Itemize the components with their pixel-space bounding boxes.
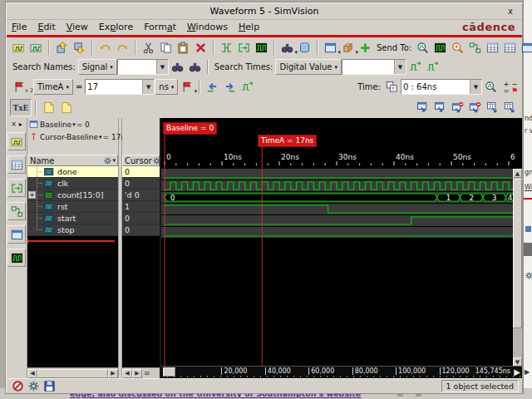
window-new-icon[interactable] bbox=[415, 100, 431, 116]
comment-note-icon[interactable] bbox=[41, 100, 57, 116]
time-range-combo[interactable]: ▼ bbox=[401, 79, 482, 95]
copy-icon[interactable] bbox=[158, 40, 174, 56]
timea-flag[interactable]: TimeA = 17ns bbox=[258, 135, 317, 147]
menu-explore[interactable]: Explore bbox=[99, 22, 133, 32]
comment-note2-icon[interactable] bbox=[58, 100, 74, 116]
chevron-down-icon[interactable]: ▼ bbox=[394, 60, 406, 74]
ports-tool-icon[interactable] bbox=[7, 179, 26, 197]
search-names-input[interactable] bbox=[118, 62, 156, 73]
marker-wave-icon[interactable]: ▾ bbox=[179, 79, 195, 95]
schematic-tool-icon[interactable] bbox=[7, 202, 26, 220]
save-state-icon[interactable] bbox=[42, 380, 57, 392]
collapse-signals-icon[interactable] bbox=[219, 40, 234, 56]
expand-signals-icon[interactable] bbox=[236, 40, 252, 56]
menu-help[interactable]: Help bbox=[239, 22, 259, 32]
reload-signals-icon[interactable] bbox=[254, 40, 269, 56]
signal-row-clk[interactable]: clk bbox=[27, 178, 118, 190]
save-database-icon[interactable] bbox=[71, 40, 87, 56]
open-database-icon[interactable] bbox=[54, 40, 70, 56]
disable-updates-icon[interactable] bbox=[11, 380, 25, 392]
search-value-dropdown[interactable]: Digital Value▾ bbox=[275, 59, 342, 75]
probe-tool-icon[interactable] bbox=[7, 132, 26, 150]
cursor-horizontal-scrollbar[interactable]: ◀ ▶ ≡ bbox=[122, 367, 160, 378]
sendto-list-icon[interactable] bbox=[520, 40, 532, 56]
cut-icon[interactable] bbox=[140, 40, 156, 56]
paste-icon[interactable] bbox=[175, 40, 191, 56]
resize-grip-icon[interactable]: ≡ bbox=[144, 369, 150, 377]
expander-icon[interactable]: + bbox=[28, 191, 36, 199]
undo-icon[interactable] bbox=[97, 40, 113, 56]
signal-row-rst[interactable]: rst bbox=[27, 201, 118, 213]
chevron-down-icon[interactable]: ▾ bbox=[112, 157, 116, 164]
time-overview-bar[interactable]: ▶ 20,00040,00060,00080,000100,000120,000… bbox=[161, 366, 522, 378]
table-attach-icon[interactable] bbox=[502, 100, 518, 116]
redo-icon[interactable] bbox=[115, 40, 131, 56]
delete-icon[interactable] bbox=[193, 40, 209, 56]
scrollbar-thumb[interactable] bbox=[513, 179, 522, 328]
waveform-vertical-scrollbar[interactable]: ▲ ▼ bbox=[513, 169, 522, 367]
sendto-design-browser-icon[interactable] bbox=[485, 40, 500, 56]
signal-row-done[interactable]: done bbox=[27, 166, 118, 178]
time-range-input[interactable] bbox=[401, 81, 470, 93]
waveform-tool-icon[interactable] bbox=[7, 249, 26, 267]
scroll-left-button[interactable]: ◀ bbox=[27, 369, 37, 378]
chevron-down-icon[interactable]: ▾ bbox=[99, 134, 102, 140]
search-icon[interactable]: ▾ bbox=[279, 40, 295, 56]
databases-icon[interactable] bbox=[297, 40, 313, 56]
preferences-gear-icon[interactable] bbox=[27, 380, 41, 392]
signal-row-stop[interactable]: stop bbox=[27, 224, 118, 236]
register-tool-icon[interactable] bbox=[7, 155, 26, 174]
cursor-column-header[interactable]: Cursor ▾ bbox=[122, 155, 160, 166]
menu-file[interactable]: File bbox=[12, 22, 27, 32]
search-names-next-icon[interactable] bbox=[170, 59, 185, 75]
table-new-icon[interactable] bbox=[485, 100, 500, 116]
baseline-flag[interactable]: Baseline = 0 bbox=[163, 122, 217, 135]
zoom-fit-button[interactable]: = bbox=[502, 87, 510, 94]
search-times-next-icon[interactable] bbox=[407, 59, 423, 75]
scrollbar-thumb[interactable] bbox=[37, 369, 108, 378]
time-unit-dropdown[interactable]: ns▾ bbox=[155, 79, 178, 95]
time-range-icon[interactable] bbox=[384, 79, 400, 95]
next-transition-icon[interactable] bbox=[239, 79, 255, 95]
scroll-right-button[interactable]: ▶ bbox=[108, 369, 118, 378]
column-settings-gear-icon[interactable] bbox=[103, 156, 112, 165]
scroll-right-button[interactable]: ▶ bbox=[132, 369, 142, 378]
signal-type-dropdown[interactable]: Signal▾ bbox=[78, 59, 117, 75]
chevron-down-icon[interactable]: ▼ bbox=[156, 60, 168, 74]
close-button[interactable]: x bbox=[505, 5, 516, 17]
signal-row-count-15-0-[interactable]: +count[15:0] bbox=[27, 190, 118, 201]
undock-pane-button[interactable]: ▸ bbox=[19, 121, 22, 128]
chevron-down-icon[interactable]: ▾ bbox=[72, 121, 76, 128]
marker-select-dropdown[interactable]: TimeA▾ bbox=[33, 79, 73, 95]
sendto-register-icon[interactable] bbox=[502, 40, 518, 56]
title-bar[interactable]: Waveform 5 - SimVision x bbox=[7, 3, 522, 20]
chevron-down-icon[interactable]: ▼ bbox=[142, 80, 154, 94]
zoom-time-icon[interactable] bbox=[483, 79, 499, 95]
waveform-panel[interactable]: 010ns20ns30ns40ns50ns60ns01234 Baseline … bbox=[160, 118, 522, 378]
names-horizontal-scrollbar[interactable]: ◀ ▶ bbox=[27, 367, 118, 378]
sendto-schematic-icon[interactable] bbox=[467, 40, 483, 56]
waveform-canvas[interactable]: 010ns20ns30ns40ns50ns60ns01234 bbox=[161, 118, 515, 367]
baseline-label[interactable]: Baseline bbox=[40, 121, 71, 129]
scroll-left-button[interactable]: ◀ bbox=[122, 369, 132, 378]
time-value-input[interactable] bbox=[86, 81, 142, 93]
window-attach-icon[interactable] bbox=[432, 100, 448, 116]
cursor-flag-icon[interactable] bbox=[11, 79, 27, 95]
probe-signal-icon[interactable] bbox=[11, 40, 27, 56]
search-times-combo[interactable]: ▼ bbox=[342, 59, 406, 75]
overview-slider-thumb[interactable] bbox=[163, 367, 175, 377]
waveform-window-icon[interactable]: ▾ bbox=[323, 40, 338, 56]
unprobe-signal-icon[interactable] bbox=[28, 40, 44, 56]
menu-view[interactable]: View bbox=[66, 22, 88, 32]
chevron-down-icon[interactable]: ▼ bbox=[470, 80, 481, 94]
menu-windows[interactable]: Windows bbox=[187, 22, 228, 32]
close-pane-button[interactable]: × bbox=[11, 121, 17, 128]
search-names-combo[interactable]: ▼ bbox=[117, 59, 169, 75]
cursor-baseline-label[interactable]: Cursor-Baseline bbox=[40, 133, 98, 141]
time-value-combo[interactable]: ▼ bbox=[85, 79, 155, 95]
window-close2-icon[interactable] bbox=[467, 100, 483, 116]
sendto-schematic-search-icon[interactable] bbox=[450, 40, 466, 56]
marker-flag-icon[interactable]: ⚑ bbox=[510, 87, 519, 94]
name-column-header[interactable]: Name ▾ bbox=[27, 155, 118, 166]
search-times-prev-icon[interactable] bbox=[425, 59, 441, 75]
